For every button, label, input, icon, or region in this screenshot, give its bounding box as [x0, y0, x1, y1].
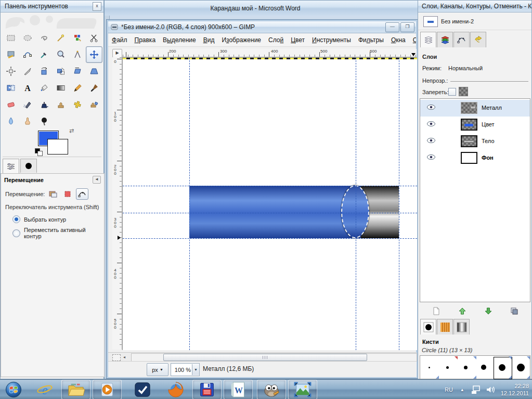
brush-circle-3[interactable] [446, 366, 449, 369]
clock[interactable]: 22:28 12.12.2011 [501, 382, 529, 397]
image-viewer-icon[interactable] [288, 380, 317, 399]
guide-horizontal[interactable] [123, 186, 417, 186]
channels-tab[interactable] [437, 32, 453, 47]
close-icon[interactable]: x [93, 2, 101, 11]
brush-circle-11[interactable] [517, 364, 525, 371]
firefox-icon[interactable] [161, 380, 190, 399]
checkmark-app-icon[interactable] [128, 380, 157, 399]
maximize-button[interactable]: ❐ [400, 22, 414, 32]
floppy-save-app-icon[interactable] [192, 380, 222, 399]
visibility-eye-icon[interactable] [426, 137, 436, 144]
tool-eraser[interactable] [3, 96, 19, 113]
vertical-ruler[interactable]: 0 100 200 300 400 500 [112, 57, 122, 350]
tool-shear[interactable] [69, 63, 86, 80]
tool-color-picker[interactable] [36, 46, 53, 63]
menu-tools[interactable]: Инструменты [308, 36, 355, 44]
tool-pencil[interactable] [69, 80, 86, 96]
tool-crop[interactable] [19, 63, 36, 80]
tool-rotate[interactable] [36, 63, 53, 80]
swap-colors-icon[interactable]: ⇄ [69, 127, 74, 134]
tool-perspective-clone[interactable] [86, 96, 102, 113]
start-button[interactable] [2, 380, 25, 399]
gradients-tab[interactable] [453, 319, 470, 334]
tool-paintbrush[interactable] [86, 80, 102, 96]
radio-pick-path[interactable]: Выбрать контур [12, 215, 66, 223]
default-colors-icon[interactable] [35, 148, 42, 155]
tool-ellipse-select[interactable] [19, 30, 36, 46]
tool-rectangle-select[interactable] [3, 30, 19, 46]
media-player-icon[interactable] [93, 380, 122, 399]
horizontal-ruler[interactable]: 200 300 400 500 600 [122, 49, 417, 57]
patterns-tab[interactable] [437, 319, 453, 334]
mode-value[interactable]: Нормальный [448, 65, 483, 71]
tool-move[interactable] [86, 46, 102, 63]
dock-titlebar[interactable]: Слои, Каналы, Контуры, Отменить - Ки [418, 1, 531, 12]
tool-paths[interactable] [19, 46, 36, 63]
ruler-origin-button[interactable]: ▶ [112, 49, 122, 58]
menu-file[interactable]: Файл [108, 36, 131, 44]
tool-bucket-fill[interactable] [36, 80, 53, 96]
tool-clone[interactable] [53, 96, 69, 113]
guide-horizontal[interactable] [123, 238, 417, 239]
lock-pattern-icon[interactable] [459, 87, 468, 96]
guide-vertical[interactable] [356, 58, 356, 350]
internet-explorer-icon[interactable]: e [32, 380, 57, 399]
menu-help[interactable]: Справка [409, 36, 416, 44]
brushes-tab[interactable] [420, 319, 436, 334]
tool-select-by-color[interactable] [69, 30, 86, 46]
minimize-button[interactable]: — [385, 22, 399, 32]
duplicate-layer-icon[interactable] [509, 305, 520, 317]
windows-explorer-icon[interactable] [61, 380, 90, 399]
menu-edit[interactable]: Правка [131, 36, 160, 44]
device-status-tab[interactable] [20, 159, 37, 173]
network-icon[interactable] [471, 385, 481, 394]
layer-row-metal[interactable]: Металл [420, 100, 530, 117]
menu-select[interactable]: Выделение [159, 36, 200, 44]
menu-colors[interactable]: Цвет [287, 36, 308, 44]
gimp-wilber-icon[interactable] [257, 380, 286, 399]
horizontal-scrollbar[interactable] [131, 353, 417, 362]
move-layer-button[interactable] [47, 188, 59, 200]
toolbox-titlebar[interactable]: Панель инструментов x [1, 1, 103, 12]
guide-vertical[interactable] [189, 58, 190, 350]
lock-alpha-checkbox[interactable] [448, 88, 456, 96]
layer-row-body[interactable]: Тело [420, 133, 530, 150]
brush-circle-7[interactable] [481, 365, 486, 370]
move-path-button[interactable] [76, 188, 88, 200]
language-indicator[interactable]: RU [445, 387, 453, 393]
new-layer-icon[interactable] [431, 305, 442, 317]
menu-filters[interactable]: Фильтры [355, 36, 387, 44]
tool-scale[interactable] [53, 63, 69, 80]
undo-history-tab[interactable] [470, 32, 486, 47]
tool-foreground-select[interactable] [3, 46, 19, 63]
tool-blur-sharpen[interactable] [3, 113, 19, 130]
scrollbar-thumb[interactable] [163, 354, 367, 361]
menu-image[interactable]: Изображение [218, 36, 265, 44]
opacity-slider[interactable] [450, 81, 528, 82]
background-color-swatch[interactable] [47, 139, 68, 155]
layers-tab[interactable] [420, 32, 436, 47]
tool-fuzzy-select[interactable] [53, 30, 69, 46]
ms-word-icon[interactable]: W [224, 380, 253, 399]
visibility-eye-icon[interactable] [426, 104, 436, 111]
zoom-control[interactable]: 100 % ▼ [171, 363, 200, 376]
tool-scissors-select[interactable] [86, 30, 102, 46]
tool-perspective[interactable] [86, 63, 102, 80]
tool-gradient[interactable] [53, 80, 69, 96]
tool-zoom[interactable] [53, 46, 69, 63]
image-selector[interactable]: Без имени-2 [418, 14, 531, 30]
guide-horizontal[interactable] [123, 213, 417, 213]
visibility-eye-icon[interactable] [426, 120, 436, 127]
paths-tab[interactable] [453, 32, 470, 47]
tool-options-tab[interactable] [3, 159, 19, 174]
tool-align[interactable] [3, 63, 19, 80]
collapse-panel-icon[interactable]: ◄ [93, 176, 101, 184]
ellipse-selection[interactable] [341, 185, 369, 238]
tool-flip[interactable] [3, 80, 19, 96]
brush-circle-1[interactable] [429, 367, 430, 368]
zoom-spin-arrow[interactable]: ▼ [192, 364, 199, 375]
tool-text[interactable]: A [19, 80, 36, 96]
visibility-eye-icon[interactable] [426, 153, 436, 161]
guide-vertical[interactable] [399, 58, 399, 350]
raise-layer-icon[interactable] [457, 305, 468, 317]
